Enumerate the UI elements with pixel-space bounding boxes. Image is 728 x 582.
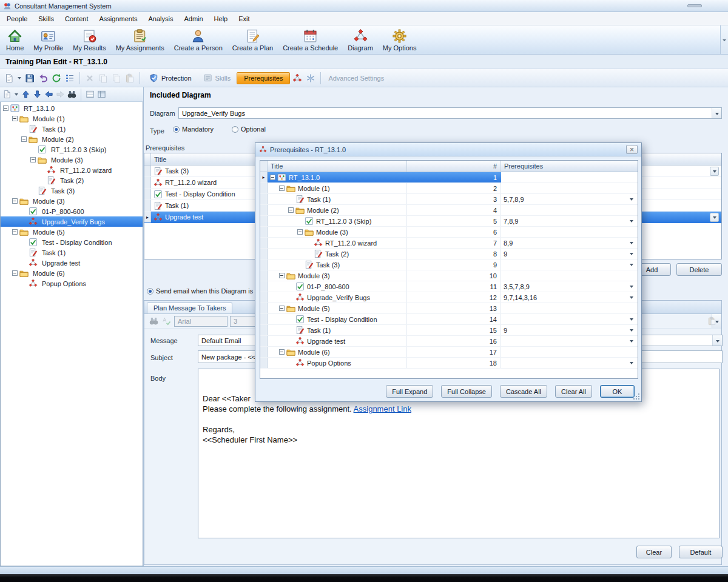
tree-item-popup-options[interactable]: Popup Options [1, 278, 143, 289]
full-expand-button[interactable]: Full Expand [386, 385, 433, 398]
collapse-toggle-icon[interactable] [21, 136, 27, 142]
dialog-row-01-p-800-600[interactable]: 01-P_800-600113,5,7,8,9 [260, 281, 638, 292]
chevron-down-icon[interactable] [712, 108, 721, 118]
toolbar-button-create-a-person[interactable]: Create a Person [169, 27, 228, 53]
undo-icon[interactable] [37, 72, 49, 84]
dialog-row-module-1[interactable]: Module (1)2 [260, 183, 638, 194]
save-icon[interactable] [24, 72, 36, 84]
new-icon[interactable] [3, 72, 15, 84]
menu-item-admin[interactable]: Admin [178, 12, 208, 25]
dialog-row-upgrade-test[interactable]: Upgrade test16 [260, 336, 638, 347]
settings-icon[interactable] [305, 72, 317, 84]
prereq-combo-arrow[interactable] [628, 283, 635, 290]
tree-item-module-3[interactable]: Module (3) [1, 155, 143, 165]
toolbar-button-create-a-schedule[interactable]: Create a Schedule [278, 27, 343, 53]
minimize-button[interactable] [687, 4, 702, 7]
move-left-icon[interactable] [44, 89, 54, 99]
assignment-link[interactable]: Assignment Link [354, 404, 411, 413]
tree-item-module-1[interactable]: Module (1) [1, 113, 143, 124]
prereq-combo-arrow[interactable] [628, 294, 635, 301]
resize-grip[interactable] [633, 393, 639, 400]
menu-item-analysis[interactable]: Analysis [143, 12, 178, 25]
prereq-combo-arrow[interactable] [628, 239, 635, 246]
send-email-radio[interactable]: Send email when this Diagram is av [147, 287, 262, 295]
tree-item-task-1[interactable]: Task (1) [1, 124, 143, 134]
prereq-combo-arrow[interactable] [628, 360, 635, 366]
tree-item-rt-11-2-0-3-skip[interactable]: RT_11.2.0 3 (Skip) [1, 144, 143, 155]
prereq-combo-arrow[interactable] [710, 213, 719, 222]
plan-message-tab[interactable]: Plan Message To Takers [147, 303, 232, 313]
toolbar-button-create-a-plan[interactable]: Create a Plan [228, 27, 278, 53]
dialog-row-module-3[interactable]: Module (3)6 [260, 227, 638, 238]
type-optional-radio[interactable]: Optional [232, 125, 266, 133]
new-node-icon[interactable] [2, 89, 12, 99]
toolbar-button-home[interactable]: Home [1, 27, 29, 53]
menu-item-people[interactable]: People [1, 12, 33, 25]
default-button[interactable]: Default [679, 546, 723, 558]
dialog-title-bar[interactable]: Prerequisites - RT_13.1.0 × [255, 143, 641, 156]
column-header-prerequisites[interactable]: Prerequisites [501, 161, 638, 172]
prereq-combo-arrow[interactable] [628, 316, 635, 323]
diagram-icon[interactable] [291, 72, 303, 84]
diagram-combo[interactable]: Upgrade_Verify Bugs [178, 107, 722, 119]
tree-item-module-3[interactable]: Module (3) [1, 196, 143, 206]
dialog-row-popup-options[interactable]: Popup Options18 [260, 358, 638, 369]
prereq-combo-arrow[interactable] [628, 261, 635, 268]
ok-button[interactable]: OK [600, 385, 635, 398]
close-icon[interactable]: × [626, 145, 638, 154]
dialog-row-module-6[interactable]: Module (6)17 [260, 347, 638, 358]
new-dropdown-caret[interactable] [16, 72, 22, 84]
full-collapse-button[interactable]: Full Collapse [441, 385, 492, 398]
font-size-combo[interactable]: 3 [230, 316, 257, 327]
dialog-row-rt-11-2-0-wizard[interactable]: RT_11.2.0 wizard78,9 [260, 238, 638, 249]
dialog-row-task-3[interactable]: Task (3)9 [260, 259, 638, 270]
tree-item-rt-11-2-0-wizard[interactable]: RT_11.2.0 wizard [1, 165, 143, 175]
find-icon[interactable] [67, 89, 77, 99]
dialog-row-task-1[interactable]: Task (1)35,7,8,9 [260, 194, 638, 205]
prereq-combo-arrow[interactable] [628, 218, 635, 224]
dialog-row-upgrade-verify-bugs[interactable]: Upgrade_Verify Bugs129,7,14,3,16 [260, 292, 638, 303]
dialog-row-task-2[interactable]: Task (2)89 [260, 249, 638, 259]
prereq-combo-arrow[interactable] [628, 196, 635, 202]
tree-item-module-5[interactable]: Module (5) [1, 227, 143, 237]
list-icon[interactable] [64, 72, 76, 84]
menu-item-assignments[interactable]: Assignments [93, 12, 143, 25]
find-icon[interactable] [149, 316, 159, 326]
prereq-combo-arrow[interactable] [628, 327, 635, 333]
insert-template-icon[interactable] [707, 316, 717, 326]
tree-item-test-display-condition[interactable]: Test - Display Condition [1, 237, 143, 247]
dialog-row-rt-13-1-0[interactable]: ▸RT_13.1.01 [260, 172, 638, 183]
column-header-number[interactable]: # [407, 161, 501, 172]
copy-icon[interactable] [97, 72, 109, 84]
collapse-toggle-icon[interactable] [12, 116, 18, 121]
tree-item-module-2[interactable]: Module (2) [1, 134, 143, 144]
collapse-toggle-icon[interactable] [12, 229, 18, 235]
collapse-toggle-icon[interactable] [279, 186, 285, 191]
collapse-toggle-icon[interactable] [279, 349, 285, 355]
collapse-toggle-icon[interactable] [270, 175, 275, 180]
toolbar-button-my-options[interactable]: My Options [378, 27, 422, 53]
menu-item-skills[interactable]: Skills [33, 12, 59, 25]
move-right-icon[interactable] [55, 89, 66, 99]
collapse-toggle-icon[interactable] [297, 229, 303, 235]
menu-item-content[interactable]: Content [59, 12, 94, 25]
tree-item-module-6[interactable]: Module (6) [1, 268, 143, 278]
menu-item-exit[interactable]: Exit [233, 12, 255, 25]
tree-item-upgrade-verify-bugs[interactable]: Upgrade_Verify Bugs [1, 216, 143, 227]
clear-button[interactable]: Clear [636, 546, 672, 558]
dialog-row-module-5[interactable]: Module (5)13 [260, 303, 638, 314]
advanced-settings-label[interactable]: Advanced Settings [325, 75, 388, 82]
move-down-icon[interactable] [32, 89, 42, 99]
tree-item-task-2[interactable]: Task (2) [1, 175, 143, 186]
new-node-caret[interactable] [13, 89, 19, 101]
view-details-icon[interactable] [96, 89, 107, 99]
dialog-row-module-2[interactable]: Module (2)4 [260, 205, 638, 216]
view-list-icon[interactable] [85, 89, 95, 99]
collapse-toggle-icon[interactable] [288, 207, 294, 213]
tree-item-task-1[interactable]: Task (1) [1, 247, 143, 258]
column-header-title[interactable]: Title [268, 161, 407, 172]
tree-item-rt-13-1-0[interactable]: RT_13.1.0 [1, 103, 143, 113]
tree-item-upgrade-test[interactable]: Upgrade test [1, 258, 143, 268]
collapse-toggle-icon[interactable] [279, 273, 285, 278]
type-mandatory-radio[interactable]: Mandatory [173, 125, 214, 133]
